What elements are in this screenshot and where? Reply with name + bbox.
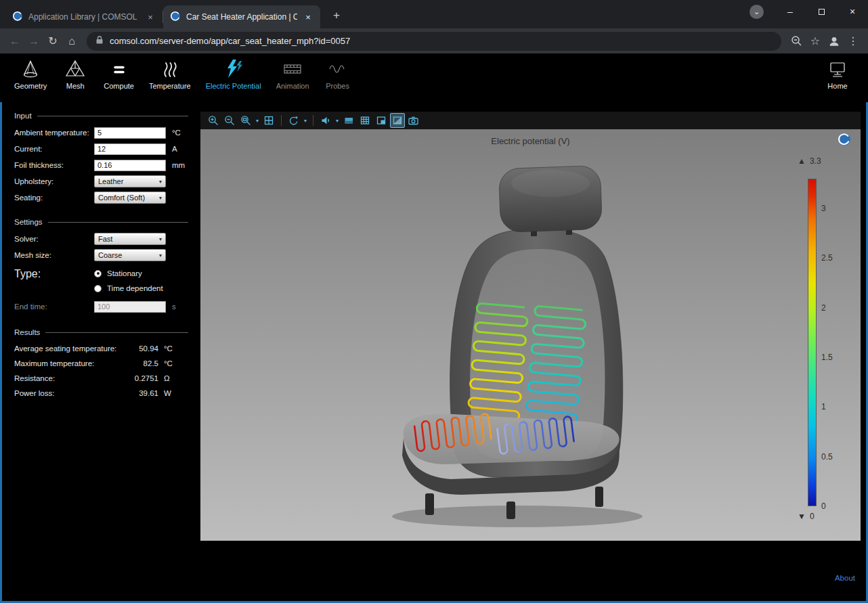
geometry-icon xyxy=(20,58,41,80)
plot-area: Electric potential (V) xyxy=(200,129,861,541)
ribbon-label: Geometry xyxy=(14,82,47,90)
car-seat-3d-view[interactable] xyxy=(200,129,861,541)
ribbon-home-button[interactable]: Home xyxy=(817,58,859,102)
result-value: 39.61 xyxy=(121,389,158,397)
stationary-radio[interactable]: Stationary xyxy=(94,266,163,281)
ribbon-mesh-button[interactable]: Mesh xyxy=(54,58,96,102)
seating-select[interactable]: Comfort (Soft)▾ xyxy=(94,192,166,204)
result-unit: W xyxy=(164,389,181,397)
environment-button[interactable] xyxy=(341,113,356,128)
mesh-size-select[interactable]: Coarse▾ xyxy=(94,249,166,261)
browser-tabstrip: Application Library | COMSOL Se × Car Se… xyxy=(0,0,868,28)
current-input[interactable] xyxy=(94,143,166,155)
ribbon-label: Probes xyxy=(326,82,349,90)
result-unit: °C xyxy=(164,359,181,367)
zoom-indicator-icon[interactable] xyxy=(787,32,806,51)
select-value: Comfort (Soft) xyxy=(98,194,145,202)
zoom-in-button[interactable] xyxy=(206,113,221,128)
browser-tab-application-library[interactable]: Application Library | COMSOL Se × xyxy=(5,5,162,28)
new-tab-button[interactable]: + xyxy=(328,9,345,22)
chevron-down-icon[interactable]: ▾ xyxy=(255,118,260,124)
animation-icon xyxy=(282,58,303,80)
mesh-size-row: Mesh size: Coarse▾ xyxy=(14,247,195,263)
tab-close-icon[interactable]: × xyxy=(303,12,313,22)
grid-button[interactable] xyxy=(357,113,372,128)
result-value: 82.5 xyxy=(121,359,158,367)
result-row: Average seating temperature: 50.94 °C xyxy=(14,341,195,356)
mesh-icon xyxy=(65,58,85,80)
current-row: Current: A xyxy=(14,141,195,157)
field-label: Upholstery: xyxy=(14,177,94,185)
forward-icon[interactable]: → xyxy=(24,32,43,51)
snapshot-button[interactable] xyxy=(406,113,421,128)
result-unit: °C xyxy=(164,344,181,353)
result-value: 50.94 xyxy=(121,344,158,353)
tab-close-icon[interactable]: × xyxy=(145,12,156,22)
about-link[interactable]: About xyxy=(835,574,855,582)
ribbon-label: Compute xyxy=(104,82,134,90)
projection-button[interactable] xyxy=(374,113,389,128)
colorbar-tick: 2.5 xyxy=(821,253,833,263)
back-icon[interactable]: ← xyxy=(5,32,24,51)
select-value: Coarse xyxy=(98,251,122,259)
minimize-button[interactable]: – xyxy=(775,0,806,23)
field-label: End time: xyxy=(14,303,94,311)
lock-icon xyxy=(95,35,104,47)
rotate-button[interactable] xyxy=(286,113,301,128)
colorbar-tick: 1.5 xyxy=(821,353,833,362)
colorbar-tick: 0.5 xyxy=(821,452,833,462)
profile-avatar-icon[interactable] xyxy=(825,32,844,51)
upholstery-select[interactable]: Leather▾ xyxy=(94,175,166,187)
end-time-input[interactable] xyxy=(94,301,166,313)
colorbar-min: ▼0 xyxy=(798,512,815,521)
solver-select[interactable]: Fast▾ xyxy=(94,233,166,245)
ribbon-probes-button[interactable]: Probes xyxy=(317,58,359,102)
browser-menu-icon[interactable]: ⋮ xyxy=(844,32,863,51)
zoom-out-button[interactable] xyxy=(222,113,237,128)
browser-tab-car-seat-heater[interactable]: Car Seat Heater Application | CO × xyxy=(163,5,320,28)
ribbon-compute-button[interactable]: Compute xyxy=(96,58,142,102)
ribbon-animation-button[interactable]: Animation xyxy=(269,58,317,102)
graphics-pane: ▾ ▾ ▾ Electric potential (V) xyxy=(195,102,866,601)
ribbon-temperature-button[interactable]: Temperature xyxy=(142,58,198,102)
scene-light-button[interactable] xyxy=(318,113,333,128)
chevron-down-icon: ▾ xyxy=(159,179,162,185)
ribbon-label: Temperature xyxy=(149,82,191,90)
ribbon-electric-potential-button[interactable]: Electric Potential xyxy=(198,58,269,102)
chevron-down-icon[interactable]: ▾ xyxy=(303,118,308,124)
chrome-updates-icon[interactable]: ⌄ xyxy=(750,5,764,19)
toolbar-separator xyxy=(281,115,282,126)
radio-label: Stationary xyxy=(107,269,142,277)
chevron-down-icon: ▾ xyxy=(159,195,162,201)
foil-thickness-input[interactable] xyxy=(94,160,166,171)
up-triangle-icon: ▲ xyxy=(798,156,806,166)
maximize-icon xyxy=(819,9,825,15)
reload-icon[interactable]: ↻ xyxy=(43,32,62,51)
radio-icon xyxy=(94,285,102,292)
result-row: Power loss: 39.61 W xyxy=(14,386,195,401)
input-sidebar: Input Ambient temperature: °C Current: A… xyxy=(2,102,195,601)
maximize-button[interactable] xyxy=(806,0,837,23)
chevron-down-icon: ▾ xyxy=(159,236,162,242)
chevron-down-icon[interactable]: ▾ xyxy=(334,118,340,124)
field-label: Solver: xyxy=(14,235,94,243)
transparency-button[interactable] xyxy=(390,113,405,128)
address-input[interactable]: comsol.com/server-demo/app/car_seat_heat… xyxy=(87,32,781,51)
result-row: Resistance: 0.2751 Ω xyxy=(14,371,195,386)
url-text: comsol.com/server-demo/app/car_seat_heat… xyxy=(110,36,350,46)
bookmark-star-icon[interactable]: ☆ xyxy=(806,32,825,51)
ambient-temperature-input[interactable] xyxy=(94,127,166,139)
tab-title: Application Library | COMSOL Se xyxy=(28,12,139,22)
colorbar-min-value: 0 xyxy=(810,512,815,521)
zoom-extents-button[interactable] xyxy=(261,113,276,128)
colorbar-max: ▲3.3 xyxy=(798,156,821,166)
field-label: Ambient temperature: xyxy=(14,129,94,137)
time-dependent-radio[interactable]: Time dependent xyxy=(94,281,163,296)
ribbon-geometry-button[interactable]: Geometry xyxy=(7,58,54,102)
browser-home-icon[interactable]: ⌂ xyxy=(62,32,81,51)
colorbar-max-value: 3.3 xyxy=(810,156,821,166)
zoom-box-button[interactable] xyxy=(238,113,253,128)
field-label: Type: xyxy=(14,266,94,296)
ambient-temperature-row: Ambient temperature: °C xyxy=(14,125,195,141)
close-button[interactable]: × xyxy=(837,0,868,23)
